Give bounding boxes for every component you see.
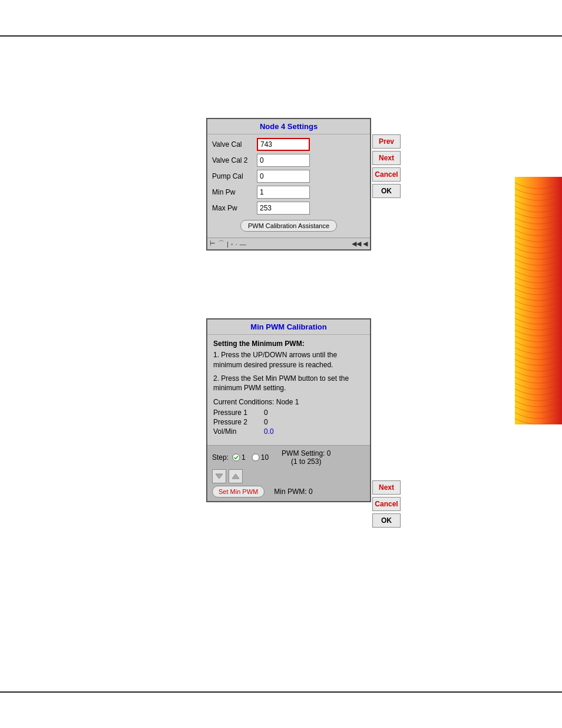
valve-cal-label: Valve Cal — [212, 140, 253, 149]
pwm-side-buttons: Next Cancel OK — [372, 318, 401, 528]
step10-radio-icon: 10 — [252, 453, 269, 462]
node4-ok-button[interactable]: OK — [372, 184, 401, 198]
min-pw-row: Min Pw — [212, 186, 365, 199]
pressure2-row: Pressure 2 0 — [213, 418, 364, 426]
pwm-bottom-panel: Step: 1 10 PWM Setting: 0 — [207, 445, 370, 501]
valve-cal2-row: Valve Cal 2 — [212, 154, 365, 167]
down-arrow-button[interactable] — [212, 469, 226, 483]
pump-cal-row: Pump Cal — [212, 170, 365, 183]
valve-cal-input[interactable] — [257, 138, 310, 151]
step-radio-group: 1 10 — [232, 453, 269, 462]
min-pwm-display: Min PWM: 0 — [274, 487, 312, 496]
decorative-right — [515, 177, 562, 424]
toolbar-icon-4: ◦ — [231, 241, 233, 248]
step10-label: 10 — [261, 453, 269, 462]
toolbar-nav-icons: ◀◀ ◀ — [352, 240, 368, 248]
volmin-row: Vol/Min 0.0 — [213, 427, 364, 436]
min-pw-label: Min Pw — [212, 188, 253, 196]
pwm-setting-range: (1 to 253) — [282, 457, 330, 466]
volmin-label: Vol/Min — [213, 427, 260, 436]
step1-checkmark-icon — [232, 453, 240, 462]
pressure1-label: Pressure 1 — [213, 409, 260, 417]
step1-check-icon: 1 — [232, 453, 246, 462]
svg-point-1 — [233, 454, 240, 461]
step10-radio-circle-icon — [252, 453, 260, 462]
pwm-instruction-1: 1. Press the UP/DOWN arrows until the mi… — [213, 350, 364, 370]
node4-settings-dialog: Node 4 Settings Valve Cal Valve Cal 2 Pu… — [206, 118, 371, 251]
pwm-setting-label-value: PWM Setting: 0 — [282, 449, 330, 457]
max-pw-row: Max Pw — [212, 202, 365, 215]
pwm-calibration-dialog: Min PWM Calibration Setting the Minimum … — [206, 318, 371, 502]
svg-point-2 — [252, 454, 259, 461]
pwm-cancel-button[interactable]: Cancel — [372, 497, 401, 511]
pwm-dialog-title: Min PWM Calibration — [207, 319, 370, 335]
arrows-row — [212, 469, 365, 483]
bottom-rule — [0, 691, 562, 693]
up-arrow-icon — [231, 472, 240, 481]
pwm-instruction-2: 2. Press the Set Min PWM button to set t… — [213, 374, 364, 394]
node4-side-buttons: Prev Next Cancel OK — [372, 118, 401, 198]
pwm-instructions: 1. Press the UP/DOWN arrows until the mi… — [213, 350, 364, 393]
valve-cal2-label: Valve Cal 2 — [212, 156, 253, 164]
valve-cal2-input[interactable] — [257, 154, 310, 167]
valve-cal-row: Valve Cal — [212, 138, 365, 151]
node4-prev-button[interactable]: Prev — [372, 134, 401, 149]
down-arrow-icon — [214, 472, 224, 481]
pwm-dialog-body: Setting the Minimum PWM: 1. Press the UP… — [207, 335, 370, 445]
toolbar-icon-5: · — [236, 241, 237, 248]
pressure2-value: 0 — [264, 418, 268, 426]
top-rule — [0, 35, 562, 37]
toolbar-icon-1: ⊢ — [210, 240, 216, 248]
pressure1-row: Pressure 1 0 — [213, 409, 364, 417]
step-row: Step: 1 10 PWM Setting: 0 — [212, 449, 365, 466]
set-min-pwm-button[interactable]: Set Min PWM — [212, 486, 265, 498]
svg-marker-4 — [232, 474, 239, 479]
pwm-next-button[interactable]: Next — [372, 480, 401, 495]
step-label-text: Step: — [212, 453, 229, 462]
min-pw-input[interactable] — [257, 186, 310, 199]
toolbar-icon-2: ⌒ — [218, 239, 224, 248]
pressure2-label: Pressure 2 — [213, 418, 260, 426]
pressure1-value: 0 — [264, 409, 268, 417]
pwm-instruction-2-text: 2. Press the Set Min PWM button to set t… — [213, 374, 349, 393]
volmin-value: 0.0 — [264, 427, 274, 436]
pump-cal-label: Pump Cal — [212, 172, 253, 180]
svg-marker-3 — [216, 474, 223, 479]
pwm-ok-button[interactable]: OK — [372, 513, 401, 528]
conditions-title: Current Conditions: Node 1 — [213, 398, 364, 406]
up-arrow-button[interactable] — [229, 469, 243, 483]
max-pw-label: Max Pw — [212, 204, 253, 212]
pwm-setting-display: PWM Setting: 0 (1 to 253) — [282, 449, 330, 466]
pwm-calibration-assistance-button[interactable]: PWM Calibration Assistance — [240, 220, 337, 232]
node4-toolbar-strip: ⊢ ⌒ | ◦ · — ◀◀ ◀ — [207, 238, 370, 249]
toolbar-icon-8: ◀ — [363, 240, 368, 247]
set-min-row: Set Min PWM Min PWM: 0 — [212, 486, 365, 498]
toolbar-icon-6: — — [240, 241, 246, 248]
pwm-section-title: Setting the Minimum PWM: — [213, 340, 364, 348]
pwm-instruction-1-text: 1. Press the UP/DOWN arrows until the mi… — [213, 351, 337, 369]
pump-cal-input[interactable] — [257, 170, 310, 183]
node4-cancel-button[interactable]: Cancel — [372, 167, 401, 182]
max-pw-input[interactable] — [257, 202, 310, 215]
toolbar-icon-7: ◀◀ — [352, 240, 361, 247]
node4-dialog-title: Node 4 Settings — [207, 119, 370, 134]
node4-next-button[interactable]: Next — [372, 151, 401, 165]
step1-label: 1 — [242, 453, 246, 462]
pwm-conditions: Current Conditions: Node 1 Pressure 1 0 … — [213, 398, 364, 436]
toolbar-icon-3: | — [227, 241, 229, 248]
